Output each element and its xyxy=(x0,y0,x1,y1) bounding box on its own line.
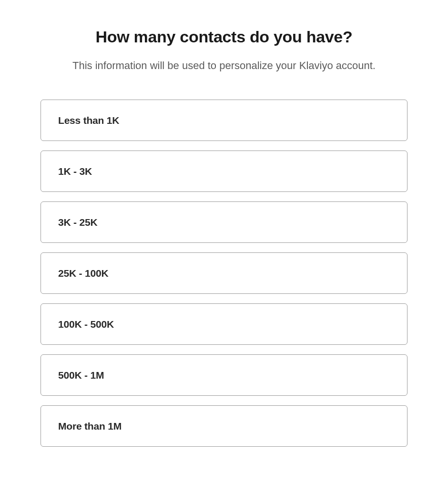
onboarding-step-container: How many contacts do you have? This info… xyxy=(41,28,407,447)
option-100k-500k[interactable]: 100K - 500K xyxy=(41,303,407,345)
page-heading: How many contacts do you have? xyxy=(41,28,407,46)
option-3k-25k[interactable]: 3K - 25K xyxy=(41,201,407,243)
option-more-than-1m[interactable]: More than 1M xyxy=(41,405,407,447)
option-1k-3k[interactable]: 1K - 3K xyxy=(41,151,407,192)
option-label: 1K - 3K xyxy=(58,166,92,177)
option-500k-1m[interactable]: 500K - 1M xyxy=(41,354,407,396)
option-label: 100K - 500K xyxy=(58,319,114,330)
option-25k-100k[interactable]: 25K - 100K xyxy=(41,252,407,294)
option-label: Less than 1K xyxy=(58,115,119,126)
option-label: 25K - 100K xyxy=(58,268,108,279)
page-subheading: This information will be used to persona… xyxy=(41,60,407,72)
option-label: More than 1M xyxy=(58,421,122,432)
option-less-than-1k[interactable]: Less than 1K xyxy=(41,100,407,141)
options-list: Less than 1K 1K - 3K 3K - 25K 25K - 100K… xyxy=(41,100,407,447)
option-label: 3K - 25K xyxy=(58,217,97,228)
option-label: 500K - 1M xyxy=(58,370,104,381)
